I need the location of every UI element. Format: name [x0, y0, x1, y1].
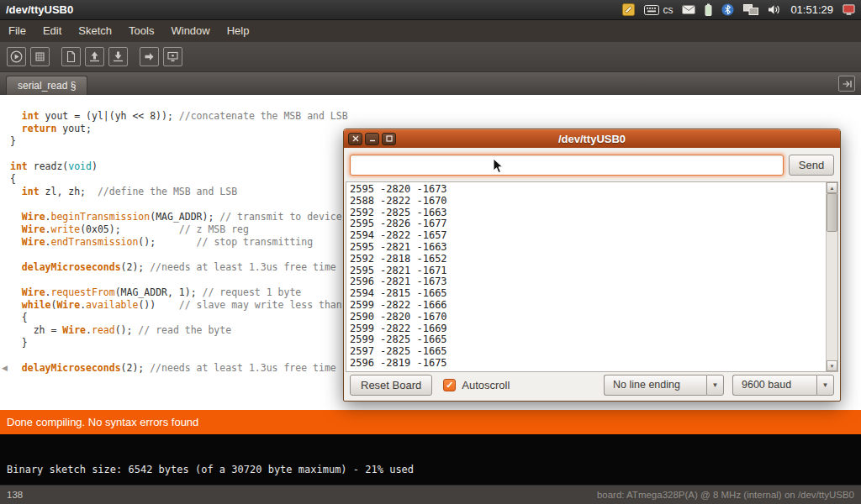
code-line: {: [10, 312, 400, 324]
battery-icon[interactable]: [705, 3, 712, 16]
open-icon: [87, 50, 102, 64]
menu-edit[interactable]: Edit: [34, 20, 70, 42]
keyboard-indicator[interactable]: cs: [644, 4, 673, 16]
baud-rate-value[interactable]: 9600 baud: [732, 375, 816, 396]
code-line: {: [10, 173, 400, 186]
menu-tools[interactable]: Tools: [120, 20, 162, 42]
close-icon: [352, 135, 359, 142]
open-sketch-button[interactable]: [85, 47, 104, 66]
tab-bar: serial_read §: [0, 72, 861, 95]
new-sketch-button[interactable]: [61, 47, 81, 66]
ubuntu-top-panel: /dev/ttyUSB0 cs 01:5: [0, 0, 861, 20]
session-icon[interactable]: [843, 3, 855, 16]
autoscroll-checkbox[interactable]: ✓: [443, 379, 456, 391]
line-ending-value[interactable]: No line ending: [604, 375, 706, 396]
reset-board-button[interactable]: Reset Board: [350, 375, 432, 396]
serial-monitor-button[interactable]: [163, 47, 182, 66]
save-icon: [111, 50, 125, 64]
serial-monitor-title: /dev/ttyUSB0: [344, 133, 840, 145]
bluetooth-icon[interactable]: [721, 3, 734, 16]
serial-output-text: 2595 -2820 -16732588 -2822 -16702592 -28…: [346, 182, 826, 371]
notes-icon[interactable]: [622, 3, 635, 16]
code-line: int readz(void): [10, 160, 400, 173]
autoscroll-option[interactable]: ✓ Autoscroll: [443, 379, 510, 391]
tab-serial-read[interactable]: serial_read §: [6, 76, 87, 95]
mouse-cursor: [493, 158, 504, 174]
window-controls: [344, 133, 396, 145]
code-line: }: [10, 337, 400, 349]
new-file-icon: [64, 50, 78, 64]
system-tray: cs 01:51:29: [622, 3, 861, 16]
scrollbar-thumb[interactable]: [827, 193, 837, 232]
serial-monitor-icon: [166, 50, 180, 64]
serial-scrollbar[interactable]: ▲ ▼: [826, 182, 837, 371]
clock[interactable]: 01:51:29: [790, 3, 833, 16]
stop-button[interactable]: [30, 47, 50, 66]
code-line: Wire.write(0x05); // z MSB reg: [10, 223, 400, 236]
menu-sketch[interactable]: Sketch: [70, 20, 120, 42]
code-line: [10, 349, 400, 362]
code-line: int yout = (yl|(yh << 8)); //concatenate…: [10, 110, 400, 123]
code-line: [10, 274, 400, 286]
code-line: [10, 249, 400, 261]
maximize-icon: [386, 135, 393, 142]
serial-output-line: 2595 -2821 -1671: [350, 265, 826, 277]
menu-help[interactable]: Help: [219, 20, 258, 42]
minimize-button[interactable]: [365, 133, 379, 145]
code-line: [10, 198, 400, 211]
serial-output-line: 2599 -2822 -1666: [350, 300, 826, 312]
mail-icon[interactable]: [682, 5, 695, 14]
menu-window[interactable]: Window: [162, 20, 218, 42]
menu-bar: FileEditSketchToolsWindowHelp: [0, 20, 861, 42]
serial-output-line: 2595 -2826 -1677: [350, 218, 826, 230]
serial-input-row: Send: [350, 155, 834, 176]
code-text: int yout = (yl|(yh << 8)); //concatenate…: [10, 110, 400, 375]
serial-output-line: 2588 -2822 -1670: [350, 196, 826, 207]
code-line: int zl, zh; //define the MSB and LSB: [10, 186, 400, 198]
stop-icon: [33, 50, 47, 64]
autoscroll-label: Autoscroll: [462, 379, 510, 391]
verify-button[interactable]: [7, 47, 26, 66]
baud-rate-dropdown[interactable]: 9600 baud ▼: [732, 375, 834, 396]
volume-icon[interactable]: [768, 4, 781, 15]
hscroll-left-arrow-icon[interactable]: ◀: [2, 364, 8, 372]
network-icon[interactable]: [743, 4, 758, 15]
serial-output-line: 2595 -2820 -1673: [350, 184, 826, 196]
footer-status-bar: 138 board: ATmega328P(A) @ 8 MHz (intern…: [0, 485, 861, 504]
code-line: zh = Wire.read(); // read the byte: [10, 324, 400, 337]
save-sketch-button[interactable]: [108, 47, 128, 66]
code-line: }: [10, 135, 400, 148]
code-line: Wire.beginTransmission(MAG_ADDR); // tra…: [10, 211, 400, 223]
serial-monitor-window: /dev/ttyUSB0 Send 2595 -2820 -16732588 -…: [343, 129, 841, 402]
status-bar: Done compiling. No syntax errors found: [0, 410, 861, 434]
current-line-number: 138: [7, 490, 23, 500]
desktop: /dev/ttyUSB0 cs 01:5: [0, 0, 861, 504]
send-button[interactable]: Send: [789, 155, 834, 176]
upload-button[interactable]: [140, 47, 159, 66]
code-line: Wire.requestFrom(MAG_ADDR, 1); // reques…: [10, 286, 400, 299]
baud-rate-arrow-icon[interactable]: ▼: [816, 375, 834, 396]
tab-menu-button[interactable]: [838, 76, 855, 92]
active-window-title: /dev/ttyUSB0: [0, 3, 73, 16]
serial-output-line: 2594 -2815 -1665: [350, 288, 826, 300]
scrollbar-down-icon[interactable]: ▼: [827, 360, 837, 371]
console-output: Binary sketch size: 6542 bytes (of a 307…: [0, 434, 861, 485]
serial-output-line: 2592 -2825 -1663: [350, 207, 826, 219]
serial-monitor-titlebar[interactable]: /dev/ttyUSB0: [344, 129, 840, 148]
maximize-button[interactable]: [382, 133, 396, 145]
serial-output-line: 2599 -2825 -1665: [350, 334, 826, 346]
keyboard-layout-label: cs: [663, 4, 673, 16]
serial-output-line: 2590 -2820 -1670: [350, 312, 826, 323]
serial-output-line: 2597 -2825 -1665: [350, 346, 826, 358]
serial-input[interactable]: [350, 155, 784, 176]
serial-output-line: 2595 -2821 -1663: [350, 242, 826, 254]
close-button[interactable]: [348, 133, 362, 145]
code-line: return yout;: [10, 123, 400, 135]
code-line: [10, 148, 400, 160]
line-ending-arrow-icon[interactable]: ▼: [706, 375, 724, 396]
scrollbar-up-icon[interactable]: ▲: [827, 182, 837, 193]
menu-file[interactable]: File: [0, 20, 34, 42]
line-ending-dropdown[interactable]: No line ending ▼: [604, 375, 724, 396]
code-line: delayMicroseconds(2); //needs at least 1…: [10, 261, 400, 274]
serial-output-area[interactable]: 2595 -2820 -16732588 -2822 -16702592 -28…: [346, 181, 838, 372]
